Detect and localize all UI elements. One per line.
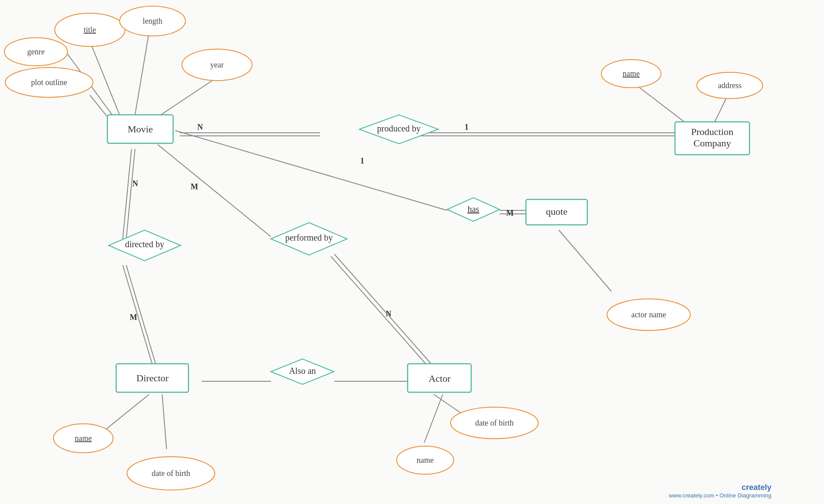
attr-director-dob-label: date of birth: [152, 469, 190, 478]
entity-director-label: Director: [136, 373, 169, 383]
card-has-1: 1: [360, 156, 364, 165]
card-director-m: M: [130, 313, 137, 322]
entity-actor-label: Actor: [429, 373, 451, 384]
card-movie-directed-n: N: [132, 179, 138, 188]
attr-actor-name-label: actor name: [631, 310, 666, 319]
attr-actor-dob-label: date of birth: [475, 419, 514, 427]
attr-plot-outline-label: plot outline: [31, 78, 67, 87]
attr-director-name-label: name: [75, 434, 92, 443]
relation-directed-by-label: directed by: [125, 239, 164, 249]
watermark-creately: creately: [742, 483, 771, 492]
watermark-url: www.creately.com • Online Diagramming: [668, 492, 771, 499]
attr-genre-label: genre: [27, 47, 45, 56]
attr-title-label: title: [84, 25, 96, 34]
attr-year-label: year: [210, 60, 224, 69]
card-movie-produced-n: N: [197, 123, 203, 131]
attr-prod-address-label: address: [718, 81, 742, 90]
relation-has-label: has: [468, 204, 479, 214]
entity-quote-label: quote: [546, 206, 568, 217]
attr-actor-name2-label: name: [417, 456, 434, 465]
entity-production-company-label: Production: [691, 126, 734, 137]
attr-prod-name-label: name: [623, 69, 640, 78]
card-movie-performed-m: M: [191, 182, 198, 191]
er-diagram: Movie Production Company Director Actor …: [0, 0, 824, 504]
entity-movie-label: Movie: [128, 124, 153, 135]
attr-length-label: length: [143, 17, 163, 25]
card-prodco-1: 1: [465, 123, 469, 131]
entity-production-company-label2: Company: [693, 138, 731, 149]
card-actor-n: N: [386, 309, 391, 318]
relation-performed-by-label: performed by: [285, 233, 333, 243]
relation-also-an-label: Also an: [289, 366, 316, 376]
card-quote-m: M: [506, 209, 514, 217]
relation-produced-by-label: produced by: [377, 124, 420, 134]
